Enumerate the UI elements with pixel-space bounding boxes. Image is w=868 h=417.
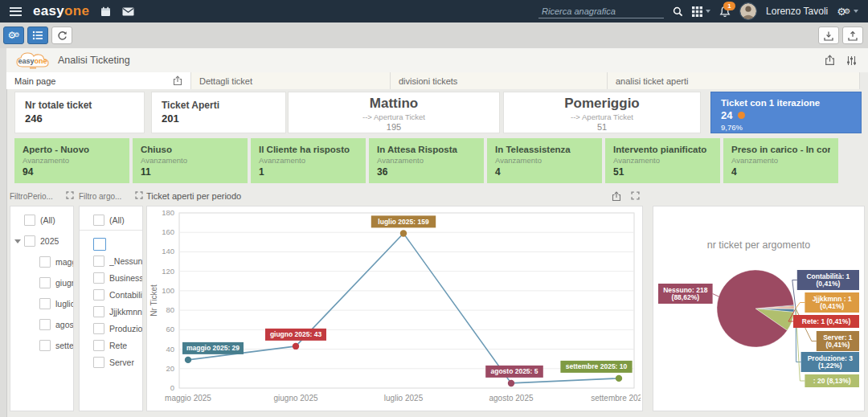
svg-text:60: 60 xyxy=(166,325,174,333)
status-card[interactable]: In Attesa RispostaAvanzamento36 xyxy=(369,138,484,183)
settings-gears-icon[interactable]: ⚙⚙ xyxy=(837,6,858,17)
toolbar-import-button[interactable] xyxy=(818,27,839,44)
kpi-card[interactable]: Mattino--> Apertura Ticket195 xyxy=(288,92,500,133)
checkbox[interactable] xyxy=(39,319,51,330)
status-card[interactable]: Aperto - NuovoAvanzamento94 xyxy=(14,138,129,183)
search-input[interactable] xyxy=(538,5,664,18)
filter-item[interactable]: _Nessuno xyxy=(80,254,142,268)
svg-text:maggio 2025: 29: maggio 2025: 29 xyxy=(186,344,240,352)
brand-logo[interactable]: easyone xyxy=(33,3,89,19)
status-card[interactable]: In TeleassistenzaAvanzamento4 xyxy=(487,138,602,183)
kpi-card[interactable]: Nr totale ticket246 xyxy=(14,92,145,133)
apps-grid-icon[interactable] xyxy=(692,6,710,17)
status-card[interactable]: Il Cliente ha rispostoAvanzamento1 xyxy=(251,138,366,183)
filter-list: (All)2025maggiogiugnoluglioagostosettem.… xyxy=(10,206,74,411)
tab-dettagli-ticket[interactable]: Dettagli ticket xyxy=(191,72,391,89)
svg-text:20: 20 xyxy=(166,364,174,373)
filter-item-label: Jjjkkmnn xyxy=(109,307,142,317)
checkbox[interactable] xyxy=(93,306,104,317)
checkbox[interactable] xyxy=(39,277,51,288)
filter-item[interactable]: Rete xyxy=(80,338,142,352)
checkbox[interactable] xyxy=(93,256,104,267)
notification-bell-icon[interactable]: 1 xyxy=(719,6,731,18)
svg-text:: 20 (8,13%): : 20 (8,13%) xyxy=(813,377,851,385)
tab-analisi-ticket-aperti[interactable]: analisi ticket aperti xyxy=(608,72,860,89)
filter-item[interactable]: settem... xyxy=(10,338,73,352)
expand-filter-icon[interactable] xyxy=(135,191,143,201)
filter-item[interactable]: 2025 xyxy=(10,234,73,247)
tab-divisioni-tickets[interactable]: divisioni tickets xyxy=(391,72,608,89)
kpi-card-title: Pomeriggio xyxy=(504,96,700,112)
checkbox[interactable] xyxy=(93,289,104,300)
checkbox[interactable] xyxy=(93,340,104,351)
status-card[interactable]: Intervento pianificatoAvanzamento51 xyxy=(605,138,720,183)
calendar-icon[interactable] xyxy=(100,6,111,17)
toolbar-export-button[interactable] xyxy=(842,27,863,44)
filter-item-label: (All) xyxy=(109,215,125,225)
status-card-value: 36 xyxy=(377,166,476,178)
filter-item[interactable]: Jjjkkmnn xyxy=(80,305,142,318)
share-icon[interactable] xyxy=(825,55,835,66)
caret-down-icon[interactable] xyxy=(14,239,21,243)
kpi-card-percent: 9,76% xyxy=(721,123,851,132)
checkbox[interactable] xyxy=(93,323,104,334)
toolbar-list-button[interactable] xyxy=(27,27,48,44)
filter-panel-header: FiltroPerio... xyxy=(10,188,74,204)
envelope-icon[interactable] xyxy=(122,7,134,16)
filter-item[interactable] xyxy=(80,237,142,251)
checkbox[interactable] xyxy=(93,238,106,251)
pie-chart-box: nr ticket per argomentoContabilità: 1(0,… xyxy=(653,206,865,411)
hamburger-menu-icon[interactable] xyxy=(10,7,22,16)
status-card-title: Il Cliente ha risposto xyxy=(259,145,358,154)
svg-text:80: 80 xyxy=(166,305,174,314)
pie-chart[interactable]: nr ticket per argomentoContabilità: 1(0,… xyxy=(653,206,864,411)
status-row: Aperto - NuovoAvanzamento94ChiusoAvanzam… xyxy=(0,138,868,183)
kpi-card[interactable]: Ticket con 1 iterazione249,76% xyxy=(710,92,862,133)
expand-chart-icon[interactable] xyxy=(631,191,640,202)
checkbox[interactable] xyxy=(39,256,51,268)
secondary-toolbar: ⚙⚙ xyxy=(0,22,868,49)
app-header: easyone Analisi Ticketing xyxy=(6,48,868,72)
status-card[interactable]: Preso in carico - In corsoAvanzamento4 xyxy=(723,138,838,183)
checkbox[interactable] xyxy=(24,235,35,247)
filter-item[interactable]: giugno xyxy=(10,276,73,289)
filter-item[interactable]: (All) xyxy=(10,213,73,227)
sheet-tab-bar: Main pageDettagli ticketdivisioni ticket… xyxy=(6,72,860,89)
filter-item[interactable]: Contabilità xyxy=(80,288,142,301)
export-tab-icon[interactable] xyxy=(173,76,182,86)
svg-text:luglio 2025: luglio 2025 xyxy=(384,394,424,403)
checkbox[interactable] xyxy=(39,340,51,351)
svg-text:(0,41%): (0,41%) xyxy=(817,280,841,288)
filter-item-label: Rete xyxy=(109,341,127,350)
tab-main-page[interactable]: Main page xyxy=(6,72,191,89)
toolbar-refresh-button[interactable] xyxy=(51,27,72,44)
kpi-card[interactable]: Pomeriggio--> Apertura Ticket51 xyxy=(503,92,701,133)
avatar[interactable] xyxy=(739,2,757,20)
expand-filter-icon[interactable] xyxy=(66,191,74,201)
tab-label: Main page xyxy=(14,76,55,86)
export-chart-icon[interactable] xyxy=(612,191,621,202)
checkbox[interactable] xyxy=(24,215,35,226)
kpi-card[interactable]: Ticket Aperti201 xyxy=(151,92,286,133)
line-chart[interactable]: 020406080100120140160180maggio 2025giugn… xyxy=(147,206,641,409)
svg-text:Server: 1: Server: 1 xyxy=(823,333,853,341)
status-card[interactable]: ChiusoAvanzamento11 xyxy=(133,138,248,183)
checkbox[interactable] xyxy=(39,298,51,309)
search-icon[interactable] xyxy=(673,6,683,17)
filter-item[interactable]: (All) xyxy=(80,213,142,227)
filter-item[interactable]: Produzione xyxy=(80,321,142,335)
checkbox[interactable] xyxy=(93,272,104,284)
chevron-down-icon xyxy=(706,10,710,13)
filter-item-label: Contabilità xyxy=(109,290,142,300)
filter-item[interactable]: luglio xyxy=(10,296,73,310)
sliders-icon[interactable] xyxy=(846,55,857,66)
kpi-card-subtitle: --> Apertura Ticket xyxy=(504,112,700,121)
user-name[interactable]: Lorenzo Tavoli xyxy=(766,6,828,17)
filter-item[interactable]: maggio xyxy=(10,255,73,268)
checkbox[interactable] xyxy=(93,215,104,226)
checkbox[interactable] xyxy=(93,357,104,368)
filter-item[interactable]: Business xyxy=(80,271,142,284)
filter-item[interactable]: Server xyxy=(80,355,142,369)
filter-item[interactable]: agosto xyxy=(10,317,73,331)
toolbar-settings-button[interactable]: ⚙⚙ xyxy=(3,27,24,44)
